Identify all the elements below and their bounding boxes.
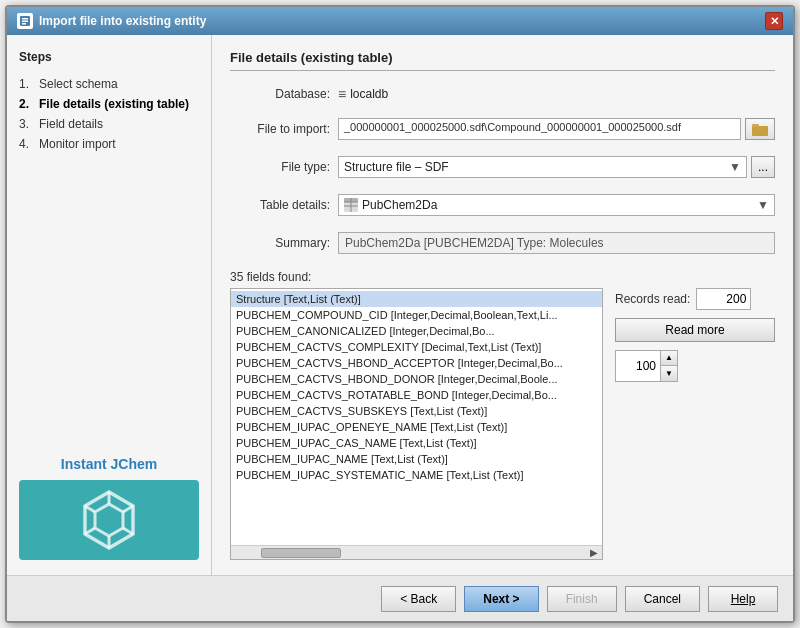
fields-found-label: 35 fields found: (230, 270, 775, 284)
records-read-input[interactable] (696, 288, 751, 310)
file-path-input[interactable]: _000000001_000025000.sdf\Compound_000000… (338, 118, 741, 140)
records-panel: Records read: Read more ▲ ▼ (615, 288, 775, 560)
summary-value: PubChem2Da [PUBCHEM2DA] Type: Molecules (338, 232, 775, 254)
svg-marker-5 (95, 504, 123, 536)
summary-row: Summary: PubChem2Da [PUBCHEM2DA] Type: M… (230, 232, 775, 254)
table-option: PubChem2Da (362, 198, 437, 212)
dropdown-arrow-icon: ▼ (729, 160, 741, 174)
step-3-label: Field details (39, 117, 103, 131)
spinner-input[interactable] (615, 350, 660, 382)
folder-icon (752, 122, 768, 136)
step-4-label: Monitor import (39, 137, 116, 151)
table-details-row: Table details: PubChem2Da (230, 194, 775, 216)
section-title: File details (existing table) (230, 50, 775, 71)
file-type-value: Structure file – SDF ▼ ... (338, 156, 775, 178)
main-panel: File details (existing table) Database: … (212, 35, 793, 575)
database-icon: ≡ (338, 86, 346, 102)
svg-rect-13 (752, 124, 759, 127)
records-read-label: Records read: (615, 292, 690, 306)
list-item: PUBCHEM_CACTVS_COMPLEXITY [Decimal,Text,… (231, 339, 602, 355)
list-item: PUBCHEM_IUPAC_SYSTEMATIC_NAME [Text,List… (231, 467, 602, 483)
fields-and-records: Structure [Text,List (Text)]PUBCHEM_COMP… (230, 288, 775, 560)
import-dialog: Import file into existing entity ✕ Steps… (5, 5, 795, 623)
title-bar-left: Import file into existing entity (17, 13, 206, 29)
step-4: Monitor import (19, 134, 199, 154)
step-1: Select schema (19, 74, 199, 94)
file-import-label: File to import: (230, 122, 330, 136)
database-label: Database: (230, 87, 330, 101)
title-bar: Import file into existing entity ✕ (7, 7, 793, 35)
step-2: File details (existing table) (19, 94, 199, 114)
list-item: PUBCHEM_CACTVS_ROTATABLE_BOND [Integer,D… (231, 387, 602, 403)
next-button[interactable]: Next > (464, 586, 538, 612)
database-row: Database: ≡ localdb (230, 86, 775, 102)
list-item: PUBCHEM_CACTVS_HBOND_DONOR [Integer,Deci… (231, 371, 602, 387)
brand-label: Instant JChem (19, 456, 199, 472)
steps-panel: Steps Select schema File details (existi… (19, 50, 199, 456)
finish-button[interactable]: Finish (547, 586, 617, 612)
spinner-down-button[interactable]: ▼ (661, 366, 677, 381)
cancel-button[interactable]: Cancel (625, 586, 700, 612)
table-select[interactable]: PubChem2Da ▼ (338, 194, 775, 216)
help-button[interactable]: Help (708, 586, 778, 612)
list-item: Structure [Text,List (Text)] (231, 291, 602, 307)
table-dropdown-arrow-icon: ▼ (757, 198, 769, 212)
file-type-options-button[interactable]: ... (751, 156, 775, 178)
table-details-label: Table details: (230, 198, 330, 212)
hexagon-logo-icon (77, 488, 141, 552)
dialog-icon (17, 13, 33, 29)
file-import-row: File to import: _000000001_000025000.sdf… (230, 118, 775, 140)
spinner-box: ▲ ▼ (615, 350, 775, 382)
list-item: PUBCHEM_IUPAC_NAME [Text,List (Text)] (231, 451, 602, 467)
step-2-label: File details (existing table) (39, 97, 189, 111)
svg-rect-3 (22, 23, 26, 25)
file-type-label: File type: (230, 160, 330, 174)
step-3: Field details (19, 114, 199, 134)
list-item: PUBCHEM_CACTVS_SUBSKEYS [Text,List (Text… (231, 403, 602, 419)
fields-list-container: Structure [Text,List (Text)]PUBCHEM_COMP… (230, 288, 603, 560)
svg-rect-2 (22, 21, 28, 23)
list-item: PUBCHEM_CACTVS_HBOND_ACCEPTOR [Integer,D… (231, 355, 602, 371)
brand-panel: Instant JChem (19, 456, 199, 560)
fields-section: 35 fields found: Structure [Text,List (T… (230, 270, 775, 560)
close-button[interactable]: ✕ (765, 12, 783, 30)
table-icon (344, 198, 358, 212)
spinner-up-button[interactable]: ▲ (661, 351, 677, 366)
horizontal-scrollbar[interactable]: ▶ (231, 545, 602, 559)
dialog-content: Steps Select schema File details (existi… (7, 35, 793, 575)
file-import-value: _000000001_000025000.sdf\Compound_000000… (338, 118, 775, 140)
list-item: PUBCHEM_COMPOUND_CID [Integer,Decimal,Bo… (231, 307, 602, 323)
steps-list: Select schema File details (existing tab… (19, 74, 199, 154)
read-more-button[interactable]: Read more (615, 318, 775, 342)
browse-button[interactable] (745, 118, 775, 140)
list-item: PUBCHEM_IUPAC_OPENEYE_NAME [Text,List (T… (231, 419, 602, 435)
svg-rect-1 (22, 18, 28, 20)
fields-list[interactable]: Structure [Text,List (Text)]PUBCHEM_COMP… (231, 289, 602, 545)
database-name: localdb (350, 87, 388, 101)
steps-heading: Steps (19, 50, 199, 64)
step-1-label: Select schema (39, 77, 118, 91)
summary-label: Summary: (230, 236, 330, 250)
file-type-option: Structure file – SDF (344, 160, 449, 174)
sidebar: Steps Select schema File details (existi… (7, 35, 212, 575)
table-details-value: PubChem2Da ▼ (338, 194, 775, 216)
scrollbar-thumb[interactable] (261, 548, 341, 558)
svg-rect-12 (752, 126, 768, 136)
logo-box (19, 480, 199, 560)
list-item: PUBCHEM_CANONICALIZED [Integer,Decimal,B… (231, 323, 602, 339)
records-read-row: Records read: (615, 288, 775, 310)
database-value: ≡ localdb (338, 86, 775, 102)
footer-bar: < Back Next > Finish Cancel Help (7, 575, 793, 621)
summary-text: PubChem2Da [PUBCHEM2DA] Type: Molecules (338, 232, 775, 254)
file-type-select[interactable]: Structure file – SDF ▼ (338, 156, 747, 178)
dialog-title: Import file into existing entity (39, 14, 206, 28)
back-button[interactable]: < Back (381, 586, 456, 612)
file-type-row: File type: Structure file – SDF ▼ ... (230, 156, 775, 178)
spinner-buttons: ▲ ▼ (660, 350, 678, 382)
list-item: PUBCHEM_IUPAC_CAS_NAME [Text,List (Text)… (231, 435, 602, 451)
